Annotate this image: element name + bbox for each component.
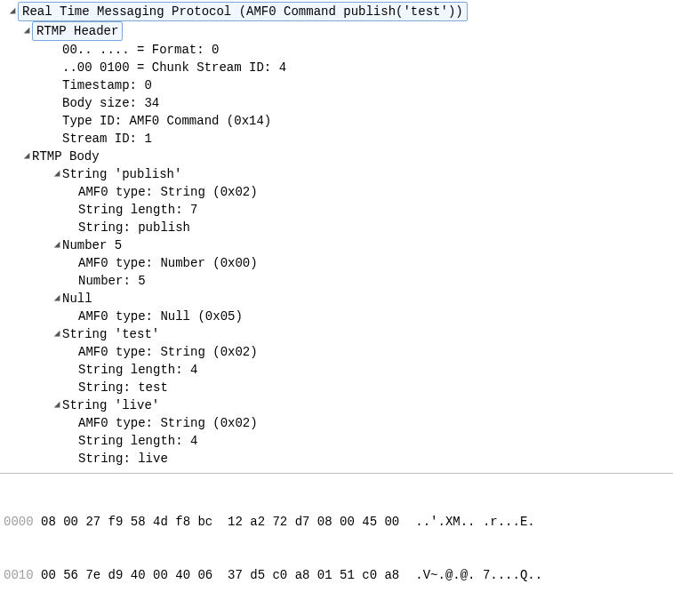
tree-row-null[interactable]: ◢Null xyxy=(4,290,669,308)
packet-details-tree: ◢ Real Time Messaging Protocol (AMF0 Com… xyxy=(0,0,673,473)
tree-row-leaf[interactable]: AMF0 type: String (0x02) xyxy=(4,414,669,432)
tree-row-string-publish[interactable]: ◢String 'publish' xyxy=(4,165,669,183)
triangle-down-icon: ◢ xyxy=(21,147,32,164)
triangle-down-icon: ◢ xyxy=(21,21,32,39)
tree-row-number-5[interactable]: ◢Number 5 xyxy=(4,236,669,254)
hex-offset: 0000 xyxy=(4,513,41,531)
tree-row-format[interactable]: 00.. .... = Format: 0 xyxy=(4,41,669,59)
rtmp-body-label: RTMP Body xyxy=(32,148,100,165)
tree-row-leaf[interactable]: String: test xyxy=(4,379,669,396)
tree-row-leaf[interactable]: String length: 4 xyxy=(4,361,669,379)
tree-row-leaf[interactable]: AMF0 type: String (0x02) xyxy=(4,183,669,201)
tree-row-csid[interactable]: ..00 0100 = Chunk Stream ID: 4 xyxy=(4,59,669,76)
hex-bytes: 08 00 27 f9 58 4d f8 bc 12 a2 72 d7 08 0… xyxy=(41,513,399,531)
triangle-down-icon: ◢ xyxy=(7,2,18,20)
triangle-down-icon: ◢ xyxy=(52,164,62,182)
triangle-down-icon: ◢ xyxy=(52,324,62,342)
tree-row-rtmp-header[interactable]: ◢ RTMP Header xyxy=(4,21,669,41)
hex-ascii: ..'.XM.. .r...E. xyxy=(415,513,534,531)
tree-row-leaf[interactable]: String length: 4 xyxy=(4,432,669,450)
tree-row-rtmp-body[interactable]: ◢ RTMP Body xyxy=(4,148,669,165)
tree-row-string-test[interactable]: ◢String 'test' xyxy=(4,325,669,343)
tree-row-bodysize[interactable]: Body size: 34 xyxy=(4,94,669,112)
tree-row-root[interactable]: ◢ Real Time Messaging Protocol (AMF0 Com… xyxy=(4,2,669,21)
tree-row-leaf[interactable]: AMF0 type: String (0x02) xyxy=(4,343,669,361)
hex-bytes: 00 56 7e d9 40 00 40 06 37 d5 c0 a8 01 5… xyxy=(41,566,399,584)
tree-row-timestamp[interactable]: Timestamp: 0 xyxy=(4,76,669,94)
rtmp-header-label: RTMP Header xyxy=(32,21,123,41)
root-label: Real Time Messaging Protocol (AMF0 Comma… xyxy=(18,2,468,21)
hex-offset: 0010 xyxy=(4,566,41,584)
hex-row[interactable]: 0000 08 00 27 f9 58 4d f8 bc 12 a2 72 d7… xyxy=(4,513,669,531)
hex-row[interactable]: 0010 00 56 7e d9 40 00 40 06 37 d5 c0 a8… xyxy=(4,566,669,584)
tree-row-streamid[interactable]: Stream ID: 1 xyxy=(4,130,669,148)
tree-row-leaf[interactable]: AMF0 type: Null (0x05) xyxy=(4,308,669,325)
tree-row-string-live[interactable]: ◢String 'live' xyxy=(4,396,669,414)
tree-row-leaf[interactable]: String length: 7 xyxy=(4,201,669,219)
hex-ascii: .V~.@.@. 7....Q.. xyxy=(415,566,542,584)
tree-row-leaf[interactable]: String: live xyxy=(4,450,669,468)
packet-bytes-pane: 0000 08 00 27 f9 58 4d f8 bc 12 a2 72 d7… xyxy=(0,473,673,616)
tree-row-leaf[interactable]: AMF0 type: Number (0x00) xyxy=(4,254,669,272)
tree-row-leaf[interactable]: String: publish xyxy=(4,219,669,236)
tree-row-leaf[interactable]: Number: 5 xyxy=(4,272,669,290)
triangle-down-icon: ◢ xyxy=(52,236,62,253)
tree-row-typeid[interactable]: Type ID: AMF0 Command (0x14) xyxy=(4,112,669,130)
triangle-down-icon: ◢ xyxy=(52,396,62,413)
triangle-down-icon: ◢ xyxy=(52,289,62,307)
